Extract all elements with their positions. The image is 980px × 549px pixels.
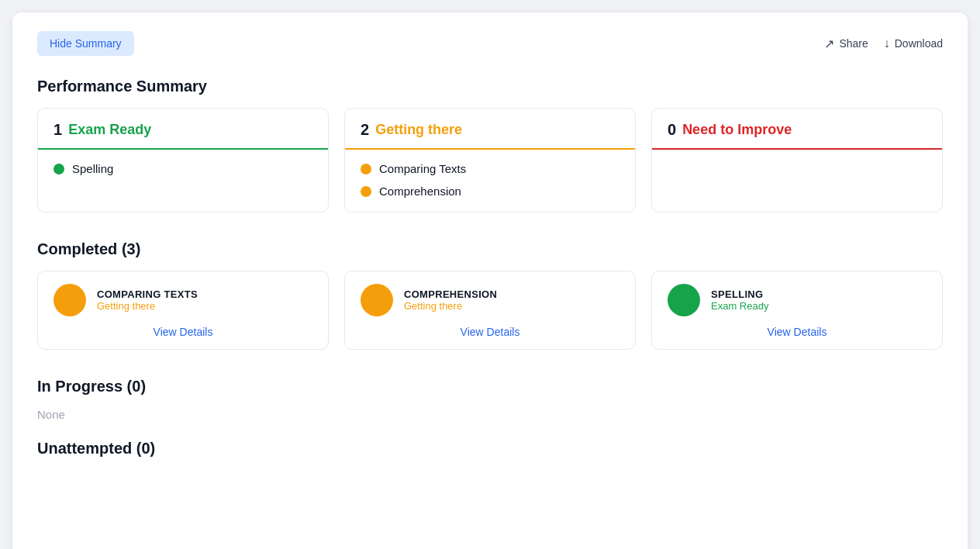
completed-card-spelling: SPELLING Exam Ready View Details <box>651 271 943 350</box>
share-label: Share <box>839 37 868 50</box>
download-label: Download <box>895 37 943 50</box>
perf-card-header-getting-there: 2 Getting there <box>345 109 635 150</box>
in-progress-section: In Progress (0) None <box>37 378 943 421</box>
spelling-dot <box>53 164 64 174</box>
share-button[interactable]: ↗ Share <box>824 36 868 51</box>
need-to-improve-label: Need to Improve <box>682 122 792 138</box>
perf-card-header-exam-ready: 1 Exam Ready <box>38 109 328 150</box>
in-progress-empty: None <box>37 408 943 421</box>
perf-item-spelling: Spelling <box>53 162 312 175</box>
spelling-view-details[interactable]: View Details <box>668 326 927 338</box>
share-icon: ↗ <box>824 36 834 51</box>
perf-card-header-need-to-improve: 0 Need to Improve <box>652 109 942 150</box>
comprehension-dot <box>361 186 371 197</box>
perf-item-comparing-texts: Comparing Texts <box>361 162 619 175</box>
exam-ready-body: Spelling <box>38 150 328 212</box>
perf-card-getting-there: 2 Getting there Comparing Texts Comprehe… <box>344 108 636 212</box>
comparing-texts-info: COMPARING TEXTS Getting there <box>97 288 198 312</box>
performance-summary-section: Performance Summary 1 Exam Ready Spellin… <box>37 78 943 212</box>
completed-card-top-comparing-texts: COMPARING TEXTS Getting there <box>53 284 312 316</box>
comprehension-subject: COMPREHENSION <box>404 288 497 300</box>
getting-there-label: Getting there <box>375 122 462 138</box>
spelling-big-dot <box>668 284 700 316</box>
header-actions: ↗ Share ↓ Download <box>824 36 943 51</box>
spelling-text: Spelling <box>72 162 113 175</box>
comparing-texts-view-details[interactable]: View Details <box>53 326 312 338</box>
need-to-improve-body <box>652 150 942 212</box>
exam-ready-label: Exam Ready <box>68 122 151 138</box>
performance-summary-title: Performance Summary <box>37 78 943 95</box>
hide-summary-button[interactable]: Hide Summary <box>37 31 134 56</box>
download-icon: ↓ <box>884 36 890 50</box>
comprehension-text: Comprehension <box>379 185 461 198</box>
perf-card-exam-ready: 1 Exam Ready Spelling <box>37 108 329 212</box>
getting-there-body: Comparing Texts Comprehension <box>345 150 635 212</box>
completed-card-comparing-texts: COMPARING TEXTS Getting there View Detai… <box>37 271 329 350</box>
perf-item-comprehension: Comprehension <box>361 185 619 198</box>
completed-grid: COMPARING TEXTS Getting there View Detai… <box>37 271 943 350</box>
perf-card-need-to-improve: 0 Need to Improve <box>651 108 943 212</box>
spelling-subject: SPELLING <box>711 288 768 300</box>
comprehension-view-details[interactable]: View Details <box>361 326 619 338</box>
header: Hide Summary ↗ Share ↓ Download <box>37 31 943 56</box>
completed-card-top-comprehension: COMPREHENSION Getting there <box>361 284 619 316</box>
comparing-texts-status: Getting there <box>97 300 198 312</box>
getting-there-count: 2 <box>361 121 369 139</box>
in-progress-title: In Progress (0) <box>37 378 943 395</box>
download-button[interactable]: ↓ Download <box>884 36 943 50</box>
comprehension-info: COMPREHENSION Getting there <box>404 288 497 312</box>
completed-card-top-spelling: SPELLING Exam Ready <box>668 284 927 316</box>
unattempted-section: Unattempted (0) <box>37 440 943 458</box>
exam-ready-count: 1 <box>53 121 62 139</box>
comprehension-big-dot <box>361 284 393 316</box>
comprehension-status: Getting there <box>404 300 497 312</box>
unattempted-title: Unattempted (0) <box>37 440 943 458</box>
comparing-texts-text: Comparing Texts <box>379 162 466 175</box>
completed-title: Completed (3) <box>37 240 943 258</box>
main-container: Hide Summary ↗ Share ↓ Download Performa… <box>12 12 968 549</box>
spelling-info: SPELLING Exam Ready <box>711 288 768 312</box>
completed-card-comprehension: COMPREHENSION Getting there View Details <box>344 271 636 350</box>
spelling-status: Exam Ready <box>711 300 768 312</box>
completed-section: Completed (3) COMPARING TEXTS Getting th… <box>37 240 943 350</box>
performance-grid: 1 Exam Ready Spelling 2 Getting there <box>37 108 943 212</box>
comparing-texts-subject: COMPARING TEXTS <box>97 288 198 300</box>
comparing-texts-big-dot <box>53 284 86 316</box>
comparing-texts-dot <box>361 164 371 174</box>
need-to-improve-count: 0 <box>668 121 676 139</box>
